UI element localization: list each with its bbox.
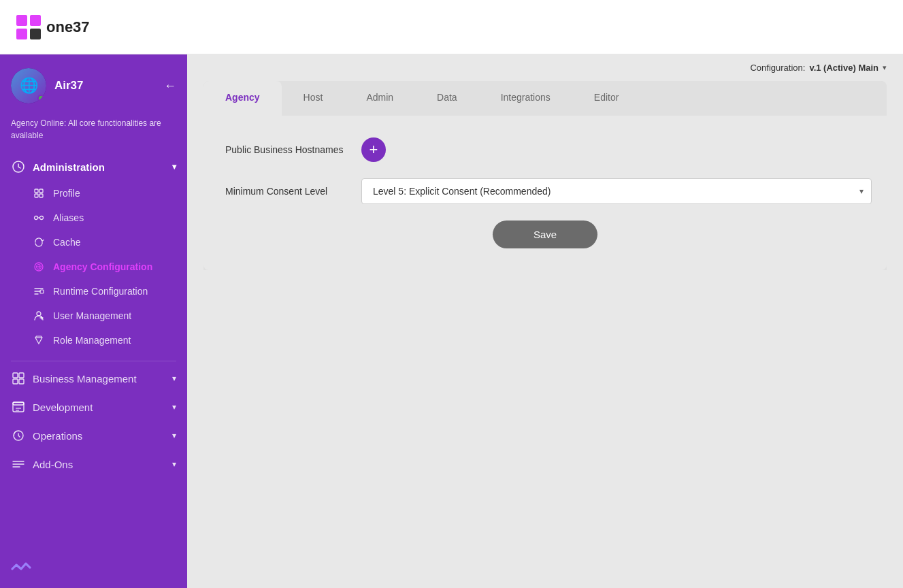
config-value: v.1 (Active) Main xyxy=(809,63,879,73)
svg-rect-24 xyxy=(13,402,24,405)
hostnames-control: + xyxy=(361,137,865,162)
svg-rect-1 xyxy=(30,15,41,26)
sidebar: 🌐 Air37 ← Agency Online: All core functi… xyxy=(0,54,187,588)
business-management-icon xyxy=(11,371,26,386)
consent-control: Level 1: No Consent Required Level 2: Im… xyxy=(361,178,872,204)
content-body: Agency Host Admin Data Integrations Edit… xyxy=(187,81,903,588)
add-ons-chevron: ▾ xyxy=(172,459,176,469)
consent-label: Minimum Consent Level xyxy=(225,186,361,197)
logo-icon xyxy=(16,15,41,39)
consent-select-wrapper: Level 1: No Consent Required Level 2: Im… xyxy=(361,178,872,204)
nav-divider-1 xyxy=(11,361,176,361)
administration-sub-items: Profile Aliases xyxy=(0,181,187,358)
tab-integrations[interactable]: Integrations xyxy=(479,81,572,116)
online-indicator xyxy=(37,95,45,102)
operations-label: Operations xyxy=(33,430,82,442)
cache-icon xyxy=(33,236,45,248)
sidebar-item-cache[interactable]: Cache xyxy=(0,230,187,255)
sidebar-bottom xyxy=(0,543,187,588)
administration-chevron: ▾ xyxy=(172,162,176,172)
svg-rect-7 xyxy=(35,194,38,197)
add-hostname-button[interactable]: + xyxy=(361,137,386,162)
nav-group-operations[interactable]: Operations ▾ xyxy=(0,421,187,450)
nav-group-development[interactable]: Development ▾ xyxy=(0,393,187,421)
sidebar-item-profile[interactable]: Profile xyxy=(0,181,187,206)
svg-rect-6 xyxy=(39,189,43,193)
save-button[interactable]: Save xyxy=(493,220,597,248)
svg-rect-22 xyxy=(19,379,24,384)
user-management-label: User Management xyxy=(53,310,131,321)
form-row-hostnames: Public Business Hostnames + xyxy=(225,137,865,162)
profile-icon xyxy=(33,187,45,199)
role-management-icon xyxy=(33,334,45,346)
development-label: Development xyxy=(33,402,93,413)
sidebar-item-aliases[interactable]: Aliases xyxy=(0,206,187,230)
development-chevron: ▾ xyxy=(172,402,176,412)
content-header: Configuration: v.1 (Active) Main ▾ xyxy=(187,54,903,81)
business-management-chevron: ▾ xyxy=(172,374,176,383)
hostnames-label: Public Business Hostnames xyxy=(225,144,361,155)
svg-rect-0 xyxy=(16,15,27,26)
main-layout: 🌐 Air37 ← Agency Online: All core functi… xyxy=(0,54,903,588)
consent-select[interactable]: Level 1: No Consent Required Level 2: Im… xyxy=(361,178,872,204)
svg-point-10 xyxy=(40,216,44,220)
agency-configuration-label: Agency Configuration xyxy=(53,261,152,272)
svg-rect-3 xyxy=(30,29,41,39)
svg-rect-8 xyxy=(39,194,43,197)
svg-rect-14 xyxy=(40,290,44,293)
svg-rect-5 xyxy=(35,189,38,193)
operations-icon xyxy=(11,428,26,443)
tab-data[interactable]: Data xyxy=(415,81,479,116)
add-ons-label: Add-Ons xyxy=(33,459,73,470)
administration-label: Administration xyxy=(33,161,105,173)
content-area: Configuration: v.1 (Active) Main ▾ Agenc… xyxy=(187,54,903,588)
operations-chevron: ▾ xyxy=(172,431,176,440)
svg-point-15 xyxy=(37,312,41,316)
tab-admin[interactable]: Admin xyxy=(344,81,415,116)
sidebar-status: Agency Online: All core functionalities … xyxy=(0,117,187,152)
config-badge[interactable]: Configuration: v.1 (Active) Main ▾ xyxy=(750,63,887,73)
svg-point-9 xyxy=(35,216,38,220)
user-management-icon xyxy=(33,310,45,322)
avatar: 🌐 xyxy=(11,68,46,103)
runtime-configuration-label: Runtime Configuration xyxy=(53,286,148,297)
sidebar-user: 🌐 Air37 xyxy=(11,68,84,103)
tabs-panel: Agency Host Admin Data Integrations Edit… xyxy=(203,81,887,270)
tab-editor[interactable]: Editor xyxy=(572,81,641,116)
sidebar-header: 🌐 Air37 ← xyxy=(0,54,187,117)
profile-label: Profile xyxy=(53,188,80,199)
administration-icon xyxy=(11,159,26,174)
nav-group-administration[interactable]: Administration ▾ xyxy=(0,152,187,181)
tab-content-agency: Public Business Hostnames + Minimum Cons… xyxy=(203,116,887,270)
agency-config-icon xyxy=(33,261,45,273)
role-management-label: Role Management xyxy=(53,335,131,346)
config-label: Configuration: xyxy=(750,63,805,73)
nav-group-add-ons[interactable]: Add-Ons ▾ xyxy=(0,450,187,478)
sidebar-item-role-management[interactable]: Role Management xyxy=(0,328,187,353)
cache-label: Cache xyxy=(53,237,80,248)
add-ons-icon xyxy=(11,457,26,472)
sidebar-item-runtime-configuration[interactable]: Runtime Configuration xyxy=(0,279,187,304)
svg-rect-2 xyxy=(16,29,27,39)
top-bar: one37 xyxy=(0,0,903,54)
tab-agency[interactable]: Agency xyxy=(203,81,282,116)
sidebar-username: Air37 xyxy=(54,79,84,93)
sidebar-back-button[interactable]: ← xyxy=(164,79,176,93)
sidebar-item-user-management[interactable]: User Management xyxy=(0,304,187,328)
svg-rect-19 xyxy=(13,373,18,378)
aliases-label: Aliases xyxy=(53,212,84,223)
tab-host[interactable]: Host xyxy=(282,81,345,116)
sidebar-item-agency-configuration[interactable]: Agency Configuration xyxy=(0,255,187,279)
logo: one37 xyxy=(16,15,90,39)
business-management-label: Business Management xyxy=(33,373,137,385)
development-icon xyxy=(11,399,26,414)
aliases-icon xyxy=(33,212,45,224)
runtime-config-icon xyxy=(33,285,45,297)
svg-rect-20 xyxy=(19,373,24,378)
form-row-consent: Minimum Consent Level Level 1: No Consen… xyxy=(225,178,865,204)
nav-section-administration: Administration ▾ Profile xyxy=(0,152,187,358)
nav-group-business-management[interactable]: Business Management ▾ xyxy=(0,364,187,393)
logo-text: one37 xyxy=(46,18,90,36)
svg-rect-21 xyxy=(13,379,18,384)
clickup-icon[interactable] xyxy=(11,554,31,574)
